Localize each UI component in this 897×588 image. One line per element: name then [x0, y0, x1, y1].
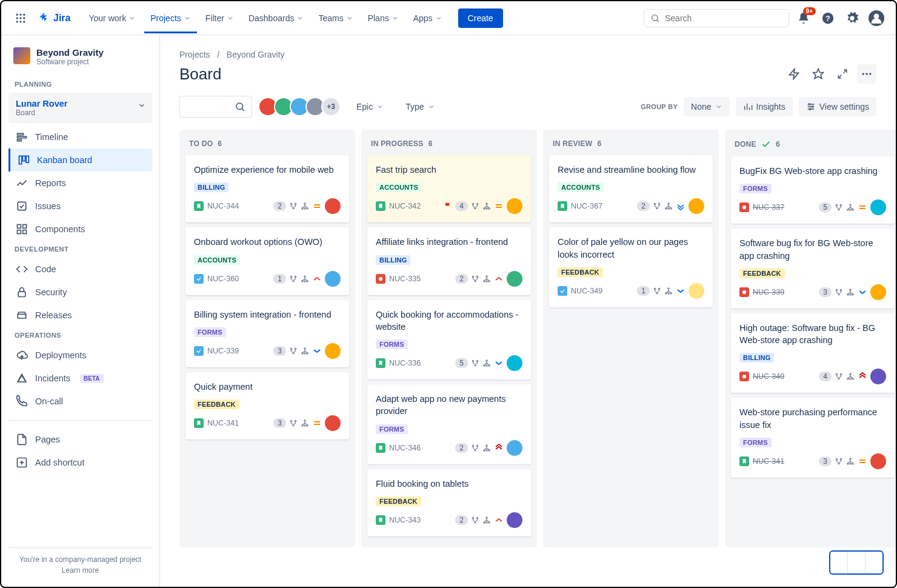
sidebar-item-reports[interactable]: Reports [8, 172, 152, 195]
card[interactable]: Web-store purchasing performance issue f… [731, 398, 895, 478]
jira-logo[interactable]: Jira [33, 12, 75, 25]
assignee-avatar[interactable] [507, 512, 522, 528]
assignee-avatar[interactable] [325, 343, 341, 359]
card[interactable]: Adapt web app no new payments provider F… [367, 384, 531, 464]
assignee-avatar[interactable] [870, 453, 886, 469]
svg-point-182 [838, 293, 839, 295]
sidebar-item-kanban-board[interactable]: Kanban board [8, 149, 152, 172]
card[interactable]: Color of pale yellow on our pages looks … [549, 227, 713, 307]
sidebar-item-add-shortcut[interactable]: Add shortcut [8, 451, 152, 474]
card[interactable]: Revise and streamline booking flow ACCOU… [549, 155, 713, 222]
sidebar-item-components[interactable]: Components [8, 218, 152, 241]
assignee-avatar[interactable] [689, 283, 704, 299]
assignee-avatar[interactable] [325, 198, 341, 214]
tree-icon [846, 288, 855, 296]
assignee-avatar[interactable] [507, 440, 522, 456]
profile-icon[interactable] [867, 8, 886, 28]
nav-projects[interactable]: Projects [144, 3, 197, 33]
nav-your-work[interactable]: Your work [82, 3, 142, 33]
breadcrumb-projects[interactable]: Projects [179, 50, 210, 59]
learn-more-link[interactable]: Learn more [8, 566, 152, 575]
svg-point-35 [865, 73, 867, 75]
card[interactable]: BugFix BG Web-store app crashing FORMS N… [731, 156, 895, 224]
assignee-avatar[interactable] [870, 199, 886, 215]
board-search[interactable] [179, 96, 252, 118]
column-count: 6 [218, 139, 222, 148]
nav-teams[interactable]: Teams [312, 3, 359, 33]
float-widget[interactable] [829, 550, 884, 575]
svg-point-95 [475, 208, 476, 209]
insights-button[interactable]: Insights [736, 97, 793, 116]
flag-icon [444, 202, 452, 210]
help-icon[interactable]: ? [818, 8, 838, 28]
assignee-avatar[interactable] [507, 355, 522, 371]
assignee-avatar[interactable] [870, 284, 886, 300]
automation-icon[interactable] [784, 64, 804, 84]
card[interactable]: Billing system integration - frontend FO… [185, 300, 349, 367]
type-filter[interactable]: Type [399, 97, 441, 116]
fullscreen-icon[interactable] [833, 64, 852, 84]
star-icon[interactable] [809, 64, 828, 84]
card[interactable]: Onboard workout options (OWO) ACCOUNTS N… [185, 227, 349, 295]
sidebar-item-releases[interactable]: Releases [8, 304, 152, 327]
card[interactable]: Affiliate links integration - frontend B… [367, 227, 531, 295]
svg-point-197 [852, 378, 853, 379]
settings-icon[interactable] [842, 8, 862, 28]
card[interactable]: Quick booking for accommodations - websi… [367, 300, 531, 380]
avatar-more[interactable]: +3 [321, 97, 341, 116]
assignee-avatar[interactable] [689, 198, 704, 214]
project-name: Beyond Gravity [36, 47, 104, 58]
view-settings-button[interactable]: View settings [799, 97, 876, 116]
sidebar-item-timeline[interactable]: Timeline [8, 125, 152, 149]
bug-icon [739, 287, 749, 297]
chevron-down-icon [128, 15, 136, 22]
assignee-avatar[interactable] [870, 369, 886, 384]
assignee-avatar[interactable] [507, 198, 522, 214]
card[interactable]: Fast trip search ACCOUNTS NUC-342 4 [367, 155, 531, 222]
more-icon[interactable] [857, 64, 876, 84]
sidebar-item-on-call[interactable]: On-call [8, 390, 152, 413]
priority-icon [494, 358, 504, 368]
breadcrumb-project[interactable]: Beyond Gravity [227, 50, 285, 59]
svg-point-116 [472, 361, 473, 362]
notifications-icon[interactable]: 9+ [794, 8, 813, 28]
app-switcher-icon[interactable] [11, 8, 30, 28]
sidebar-board-group[interactable]: Lunar Rover Board [8, 93, 152, 123]
project-header[interactable]: Beyond Gravity Software project [8, 47, 152, 76]
assignee-avatar[interactable] [507, 271, 522, 287]
card[interactable]: Optimize experience for mobile web BILLI… [185, 155, 349, 222]
svg-point-136 [472, 517, 473, 518]
sidebar-item-deployments[interactable]: Deployments [8, 344, 152, 367]
notification-badge: 9+ [803, 7, 816, 15]
assignee-avatar[interactable] [325, 415, 341, 431]
card[interactable]: Quick payment FEEDBACK NUC-341 3 [185, 372, 349, 439]
create-button[interactable]: Create [458, 8, 503, 28]
epic-tag: FORMS [194, 327, 226, 337]
sidebar-item-security[interactable]: Security [8, 281, 152, 304]
search-input[interactable] [665, 13, 782, 23]
epic-tag: ACCOUNTS [376, 182, 422, 192]
card[interactable]: Software bug fix for BG Web-store app cr… [731, 229, 895, 309]
epic-filter[interactable]: Epic [350, 97, 390, 116]
sidebar-item-code[interactable]: Code [8, 258, 152, 281]
sidebar-item-issues[interactable]: Issues [8, 195, 152, 218]
group-by-dropdown[interactable]: None [684, 97, 729, 116]
nav-filter[interactable]: Filter [199, 3, 240, 33]
assignee-avatar[interactable] [325, 271, 341, 287]
global-search[interactable] [644, 9, 789, 27]
card[interactable]: Fluid booking on tablets FEEDBACK NUC-34… [367, 469, 531, 536]
sidebar-item-incidents[interactable]: IncidentsBETA [8, 367, 152, 390]
card[interactable]: High outage: Software bug fix - BG Web-s… [731, 313, 895, 393]
svg-point-207 [852, 463, 853, 464]
sidebar-item-pages[interactable]: Pages [8, 428, 152, 451]
nav-apps[interactable]: Apps [407, 3, 448, 33]
nav-plans[interactable]: Plans [362, 3, 405, 33]
svg-line-38 [242, 109, 244, 111]
board-search-input[interactable] [186, 102, 235, 112]
priority-icon [494, 443, 504, 453]
nav-dashboards[interactable]: Dashboards [242, 3, 310, 33]
card-title: Optimize experience for mobile web [194, 164, 341, 176]
svg-point-106 [472, 276, 473, 277]
assignee-filter[interactable]: +3 [262, 97, 341, 116]
svg-point-61 [290, 276, 292, 277]
